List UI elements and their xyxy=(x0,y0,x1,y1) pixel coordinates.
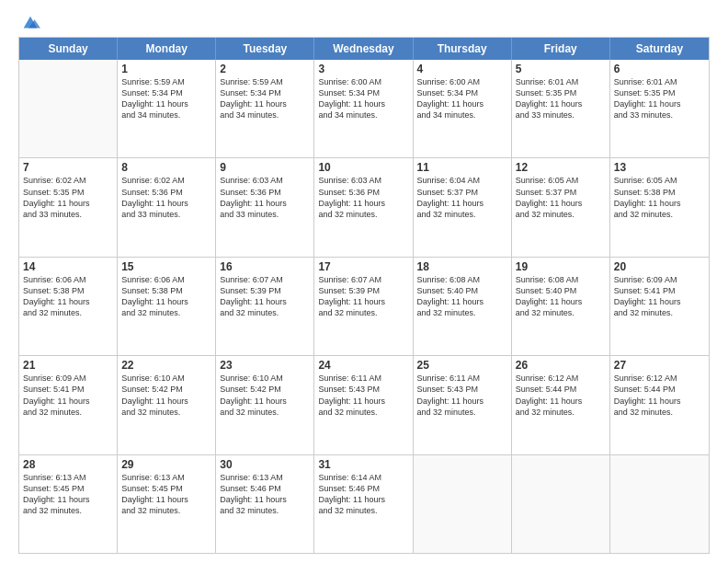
day-number: 24 xyxy=(318,359,408,372)
header-cell-saturday: Saturday xyxy=(610,38,709,60)
empty-cell xyxy=(19,60,118,157)
day-info: Sunrise: 6:09 AM Sunset: 5:41 PM Dayligh… xyxy=(614,274,705,319)
day-cell-2: 2Sunrise: 5:59 AM Sunset: 5:34 PM Daylig… xyxy=(216,60,314,157)
calendar-row-2: 7Sunrise: 6:02 AM Sunset: 5:35 PM Daylig… xyxy=(19,158,709,257)
day-number: 1 xyxy=(121,63,211,75)
day-cell-26: 26Sunrise: 6:12 AM Sunset: 5:44 PM Dayli… xyxy=(512,356,610,454)
day-number: 10 xyxy=(318,161,408,174)
calendar-row-1: 1Sunrise: 5:59 AM Sunset: 5:34 PM Daylig… xyxy=(19,60,709,158)
day-cell-5: 5Sunrise: 6:01 AM Sunset: 5:35 PM Daylig… xyxy=(512,60,610,157)
day-number: 12 xyxy=(516,161,606,174)
day-info: Sunrise: 6:08 AM Sunset: 5:40 PM Dayligh… xyxy=(516,274,606,319)
empty-cell xyxy=(610,455,709,553)
header-cell-thursday: Thursday xyxy=(414,38,512,60)
header-cell-wednesday: Wednesday xyxy=(314,38,413,60)
empty-cell xyxy=(512,455,610,553)
day-number: 31 xyxy=(318,458,408,471)
day-number: 23 xyxy=(220,359,310,372)
day-cell-19: 19Sunrise: 6:08 AM Sunset: 5:40 PM Dayli… xyxy=(512,258,610,355)
day-info: Sunrise: 6:07 AM Sunset: 5:39 PM Dayligh… xyxy=(220,274,310,319)
day-number: 17 xyxy=(318,260,408,273)
calendar-row-3: 14Sunrise: 6:06 AM Sunset: 5:38 PM Dayli… xyxy=(19,258,709,356)
logo xyxy=(18,17,40,28)
day-info: Sunrise: 6:12 AM Sunset: 5:44 PM Dayligh… xyxy=(614,373,705,418)
day-cell-20: 20Sunrise: 6:09 AM Sunset: 5:41 PM Dayli… xyxy=(610,258,709,355)
day-cell-31: 31Sunrise: 6:14 AM Sunset: 5:46 PM Dayli… xyxy=(314,455,413,553)
day-info: Sunrise: 6:01 AM Sunset: 5:35 PM Dayligh… xyxy=(516,76,606,121)
day-cell-10: 10Sunrise: 6:03 AM Sunset: 5:36 PM Dayli… xyxy=(314,158,413,256)
day-cell-3: 3Sunrise: 6:00 AM Sunset: 5:34 PM Daylig… xyxy=(314,60,413,157)
day-number: 4 xyxy=(417,63,507,75)
day-cell-27: 27Sunrise: 6:12 AM Sunset: 5:44 PM Dayli… xyxy=(610,356,709,454)
day-info: Sunrise: 6:13 AM Sunset: 5:46 PM Dayligh… xyxy=(220,472,310,517)
calendar-body: 1Sunrise: 5:59 AM Sunset: 5:34 PM Daylig… xyxy=(19,60,709,553)
day-number: 11 xyxy=(417,161,507,174)
day-info: Sunrise: 6:10 AM Sunset: 5:42 PM Dayligh… xyxy=(121,373,211,418)
day-info: Sunrise: 6:02 AM Sunset: 5:36 PM Dayligh… xyxy=(121,175,211,220)
day-info: Sunrise: 6:12 AM Sunset: 5:44 PM Dayligh… xyxy=(516,373,606,418)
day-number: 13 xyxy=(614,161,705,174)
day-info: Sunrise: 5:59 AM Sunset: 5:34 PM Dayligh… xyxy=(121,76,211,121)
day-info: Sunrise: 6:08 AM Sunset: 5:40 PM Dayligh… xyxy=(417,274,507,319)
day-number: 7 xyxy=(23,161,113,174)
day-info: Sunrise: 6:13 AM Sunset: 5:45 PM Dayligh… xyxy=(23,472,113,517)
day-number: 22 xyxy=(121,359,211,372)
day-cell-9: 9Sunrise: 6:03 AM Sunset: 5:36 PM Daylig… xyxy=(216,158,314,256)
day-info: Sunrise: 6:05 AM Sunset: 5:38 PM Dayligh… xyxy=(614,175,705,220)
day-number: 8 xyxy=(121,161,211,174)
empty-cell xyxy=(414,455,512,553)
day-number: 19 xyxy=(516,260,606,273)
day-cell-12: 12Sunrise: 6:05 AM Sunset: 5:37 PM Dayli… xyxy=(512,158,610,256)
day-info: Sunrise: 6:03 AM Sunset: 5:36 PM Dayligh… xyxy=(318,175,408,220)
day-info: Sunrise: 6:10 AM Sunset: 5:42 PM Dayligh… xyxy=(220,373,310,418)
day-number: 27 xyxy=(614,359,705,372)
header-cell-friday: Friday xyxy=(512,38,610,60)
day-info: Sunrise: 6:11 AM Sunset: 5:43 PM Dayligh… xyxy=(318,373,408,418)
day-number: 25 xyxy=(417,359,507,372)
day-number: 28 xyxy=(23,458,113,471)
day-number: 16 xyxy=(220,260,310,273)
calendar-row-4: 21Sunrise: 6:09 AM Sunset: 5:41 PM Dayli… xyxy=(19,356,709,454)
header-cell-sunday: Sunday xyxy=(19,38,118,60)
day-info: Sunrise: 6:00 AM Sunset: 5:34 PM Dayligh… xyxy=(318,76,408,121)
day-info: Sunrise: 6:00 AM Sunset: 5:34 PM Dayligh… xyxy=(417,76,507,121)
day-info: Sunrise: 5:59 AM Sunset: 5:34 PM Dayligh… xyxy=(220,76,310,121)
day-number: 20 xyxy=(614,260,705,273)
day-cell-28: 28Sunrise: 6:13 AM Sunset: 5:45 PM Dayli… xyxy=(19,455,118,553)
day-info: Sunrise: 6:09 AM Sunset: 5:41 PM Dayligh… xyxy=(23,373,113,418)
day-cell-22: 22Sunrise: 6:10 AM Sunset: 5:42 PM Dayli… xyxy=(118,356,216,454)
day-cell-24: 24Sunrise: 6:11 AM Sunset: 5:43 PM Dayli… xyxy=(314,356,413,454)
calendar-page: SundayMondayTuesdayWednesdayThursdayFrid… xyxy=(0,0,728,563)
day-info: Sunrise: 6:05 AM Sunset: 5:37 PM Dayligh… xyxy=(516,175,606,220)
day-info: Sunrise: 6:02 AM Sunset: 5:35 PM Dayligh… xyxy=(23,175,113,220)
day-info: Sunrise: 6:06 AM Sunset: 5:38 PM Dayligh… xyxy=(121,274,211,319)
day-number: 6 xyxy=(614,63,705,75)
day-cell-8: 8Sunrise: 6:02 AM Sunset: 5:36 PM Daylig… xyxy=(118,158,216,256)
day-info: Sunrise: 6:11 AM Sunset: 5:43 PM Dayligh… xyxy=(417,373,507,418)
day-number: 5 xyxy=(516,63,606,75)
day-cell-16: 16Sunrise: 6:07 AM Sunset: 5:39 PM Dayli… xyxy=(216,258,314,355)
day-number: 21 xyxy=(23,359,113,372)
header-cell-tuesday: Tuesday xyxy=(216,38,314,60)
day-cell-15: 15Sunrise: 6:06 AM Sunset: 5:38 PM Dayli… xyxy=(118,258,216,355)
day-info: Sunrise: 6:06 AM Sunset: 5:38 PM Dayligh… xyxy=(23,274,113,319)
logo-icon xyxy=(20,13,40,33)
day-info: Sunrise: 6:01 AM Sunset: 5:35 PM Dayligh… xyxy=(614,76,705,121)
day-info: Sunrise: 6:13 AM Sunset: 5:45 PM Dayligh… xyxy=(121,472,211,517)
day-info: Sunrise: 6:04 AM Sunset: 5:37 PM Dayligh… xyxy=(417,175,507,220)
day-cell-4: 4Sunrise: 6:00 AM Sunset: 5:34 PM Daylig… xyxy=(414,60,512,157)
day-number: 15 xyxy=(121,260,211,273)
day-cell-6: 6Sunrise: 6:01 AM Sunset: 5:35 PM Daylig… xyxy=(610,60,709,157)
calendar-row-5: 28Sunrise: 6:13 AM Sunset: 5:45 PM Dayli… xyxy=(19,455,709,553)
day-info: Sunrise: 6:03 AM Sunset: 5:36 PM Dayligh… xyxy=(220,175,310,220)
day-info: Sunrise: 6:07 AM Sunset: 5:39 PM Dayligh… xyxy=(318,274,408,319)
day-cell-23: 23Sunrise: 6:10 AM Sunset: 5:42 PM Dayli… xyxy=(216,356,314,454)
day-cell-13: 13Sunrise: 6:05 AM Sunset: 5:38 PM Dayli… xyxy=(610,158,709,256)
day-cell-25: 25Sunrise: 6:11 AM Sunset: 5:43 PM Dayli… xyxy=(414,356,512,454)
day-number: 9 xyxy=(220,161,310,174)
day-cell-7: 7Sunrise: 6:02 AM Sunset: 5:35 PM Daylig… xyxy=(19,158,118,256)
day-number: 29 xyxy=(121,458,211,471)
day-cell-11: 11Sunrise: 6:04 AM Sunset: 5:37 PM Dayli… xyxy=(414,158,512,256)
day-number: 3 xyxy=(318,63,408,75)
day-cell-29: 29Sunrise: 6:13 AM Sunset: 5:45 PM Dayli… xyxy=(118,455,216,553)
